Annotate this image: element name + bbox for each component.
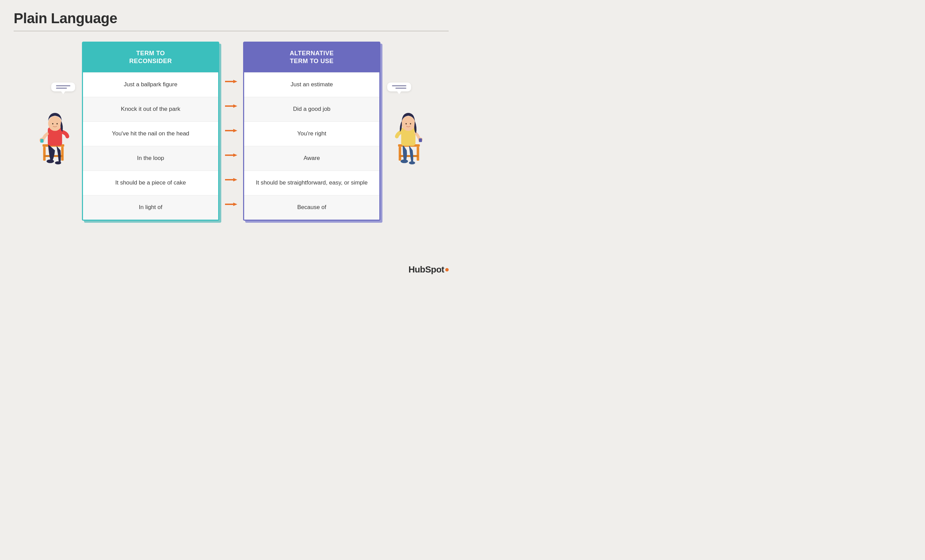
arrow-row [219,143,243,167]
left-table-header: TERM TO RECONSIDER [83,43,218,72]
left-table-row: In the loop [83,146,218,171]
svg-rect-8 [40,139,44,143]
svg-rect-1 [43,147,45,161]
left-character-icon [38,96,78,164]
arrow-icon [225,151,237,159]
arrow-row [219,93,243,118]
left-speech-bubble [51,83,75,92]
page-title: Plain Language [14,10,449,27]
svg-point-10 [52,123,54,125]
speech-line [56,88,67,89]
svg-rect-15 [399,155,418,157]
svg-point-22 [406,123,407,125]
left-header-text: TERM TO RECONSIDER [129,50,172,66]
left-table: TERM TO RECONSIDER Just a ballpark figur… [82,42,219,221]
right-table-row: Did a good job [244,97,380,122]
right-table-row: Because of [244,195,380,220]
svg-rect-2 [61,147,63,161]
speech-line-r1 [392,85,406,86]
svg-rect-20 [419,138,422,142]
page-container: Plain Language [0,0,462,280]
arrow-icon [225,102,237,110]
right-table-row: Aware [244,146,380,171]
left-table-rows: Just a ballpark figureKnock it out of th… [83,72,218,220]
divider [14,31,449,32]
right-table: ALTERNATIVE TERM TO USE Just an estimate… [243,42,380,221]
svg-point-9 [48,116,62,131]
arrow-row [219,69,243,93]
svg-rect-14 [417,147,419,161]
tables-with-arrows: TERM TO RECONSIDER Just a ballpark figur… [82,42,380,221]
right-table-row: You're right [244,122,380,146]
right-speech-bubble [387,83,411,92]
svg-point-21 [402,116,415,131]
svg-rect-13 [399,147,401,161]
arrow-icon [225,126,237,135]
left-table-row: In light of [83,195,218,220]
arrow-rows [219,69,243,216]
hubspot-logo: HubSpot [408,264,449,275]
arrow-row [219,118,243,143]
svg-point-4 [47,159,54,163]
left-table-row: It should be a piece of cake [83,171,218,195]
arrow-icon [225,77,237,86]
arrow-icon [225,200,237,209]
right-table-row: It should be straightforward, easy, or s… [244,171,380,195]
left-table-row: Just a ballpark figure [83,72,218,97]
arrow-header-spacer [219,42,243,69]
arrow-icon [225,176,237,184]
arrow-row [219,192,243,216]
speech-line-r2 [396,88,407,89]
left-table-row: Knock it out of the park [83,97,218,122]
right-header-text: ALTERNATIVE TERM TO USE [290,50,334,66]
right-character-area [380,83,428,164]
main-content: TERM TO RECONSIDER Just a ballpark figur… [14,42,449,221]
left-character-area [34,83,82,164]
hubspot-dot [445,268,449,272]
left-table-row: You've hit the nail on the head [83,122,218,146]
hubspot-text: HubSpot [408,264,444,275]
right-table-rows: Just an estimateDid a good jobYou're rig… [244,72,380,220]
svg-point-23 [410,123,411,125]
right-table-header: ALTERNATIVE TERM TO USE [244,43,380,72]
speech-line [56,85,70,86]
arrows-column [219,42,243,221]
svg-point-11 [56,123,58,125]
right-table-row: Just an estimate [244,72,380,97]
right-character-icon [384,96,425,164]
arrow-row [219,167,243,192]
